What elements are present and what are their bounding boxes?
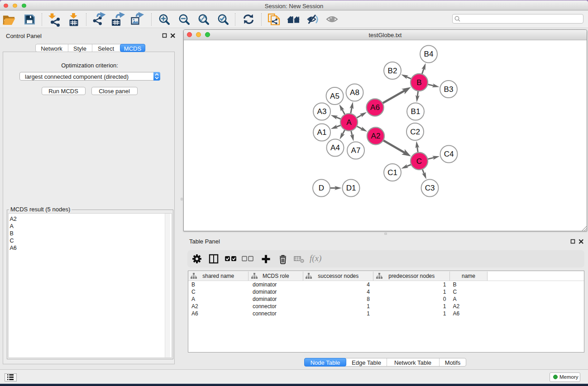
svg-text:C3: C3 [425, 184, 435, 192]
svg-text:A3: A3 [317, 107, 327, 116]
svg-text:C4: C4 [444, 150, 454, 158]
svg-text:A1: A1 [317, 128, 327, 137]
svg-text:A2: A2 [371, 132, 381, 140]
svg-text:D: D [319, 184, 324, 192]
svg-text:C1: C1 [387, 168, 397, 177]
svg-text:A: A [346, 118, 352, 127]
svg-text:A8: A8 [350, 88, 359, 97]
svg-text:B: B [416, 78, 421, 87]
svg-text:B1: B1 [411, 107, 421, 116]
svg-text:C: C [416, 157, 422, 166]
svg-text:A5: A5 [330, 92, 339, 100]
svg-text:B2: B2 [388, 67, 397, 75]
svg-text:D1: D1 [346, 184, 356, 192]
svg-text:B3: B3 [444, 85, 454, 94]
svg-text:A6: A6 [370, 103, 380, 112]
svg-text:A4: A4 [330, 143, 340, 152]
svg-text:C2: C2 [410, 128, 420, 136]
svg-text:B4: B4 [424, 50, 434, 58]
svg-text:A7: A7 [351, 146, 361, 155]
